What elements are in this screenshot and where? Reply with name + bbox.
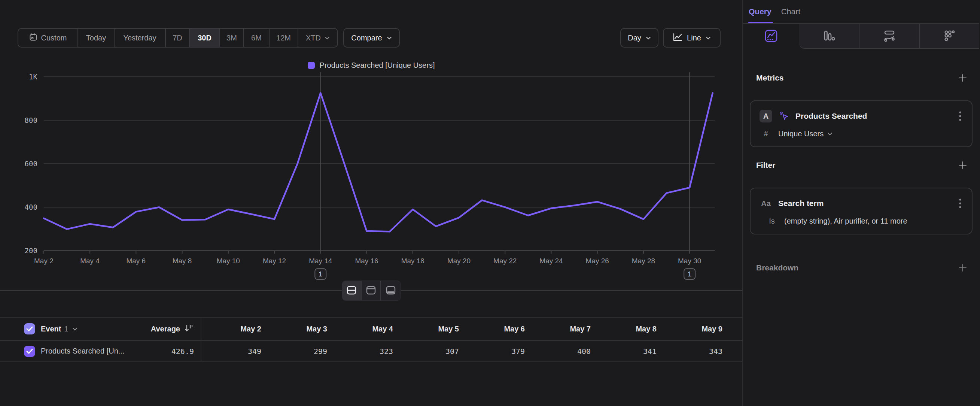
event-cursor-icon (779, 111, 789, 121)
granularity-label: Day (628, 34, 641, 42)
chart-type-tab-more[interactable] (919, 24, 979, 48)
range-xtd-button[interactable]: XTD (298, 29, 337, 47)
date-column-header: May 8 (597, 325, 663, 333)
series-checkbox[interactable] (24, 346, 35, 357)
range-label: 6M (251, 34, 262, 42)
svg-text:600: 600 (25, 159, 37, 168)
filter-kebab-menu[interactable] (958, 197, 963, 210)
metrics-heading: Metrics (756, 73, 784, 83)
range-label: 3M (226, 34, 237, 42)
number-symbol: # (759, 130, 772, 138)
svg-text:May 28: May 28 (632, 257, 655, 265)
metric-card-row: A Products Searched (759, 109, 963, 123)
chart-type-label: Line (687, 34, 701, 42)
query-sidebar: Query Chart (743, 0, 979, 406)
chevron-down-icon[interactable] (72, 327, 78, 331)
add-metric-button[interactable] (957, 72, 969, 84)
metric-letter-badge: A (759, 110, 772, 123)
split-view-icon (347, 286, 356, 296)
range-label: Today (86, 34, 106, 42)
compare-label: Compare (351, 34, 382, 42)
table-header-row: Event 1 Average (0, 317, 742, 340)
metric-kebab-menu[interactable] (958, 109, 963, 123)
app: Custom Today Yesterday 7D 30D 3M 6M 12M … (0, 0, 980, 406)
active-tab-underline (748, 22, 773, 23)
svg-text:May 8: May 8 (173, 257, 192, 265)
svg-text:1: 1 (318, 270, 323, 278)
range-3m-button[interactable]: 3M (220, 29, 244, 47)
range-label: Yesterday (123, 34, 156, 42)
select-all-checkbox[interactable] (24, 323, 35, 334)
chevron-down-icon (827, 132, 832, 135)
plus-icon (958, 263, 967, 272)
chevron-down-icon (387, 36, 392, 40)
metric-name[interactable]: Products Searched (795, 111, 867, 121)
value-cell: 400 (531, 347, 597, 356)
svg-text:May 14: May 14 (309, 257, 332, 265)
measure-dropdown[interactable]: Unique Users (778, 130, 832, 138)
range-yesterday-button[interactable]: Yesterday (115, 29, 166, 47)
metric-card[interactable]: A Products Searched (750, 100, 972, 147)
svg-text:May 2: May 2 (34, 257, 54, 265)
chevron-down-icon (646, 36, 651, 40)
svg-text:May 10: May 10 (217, 257, 240, 265)
svg-text:May 16: May 16 (355, 257, 378, 265)
value-cell: 323 (333, 347, 399, 356)
average-label: Average (151, 325, 180, 333)
chevron-down-icon (706, 36, 711, 40)
funnel-bars-icon (823, 30, 835, 43)
chart-type-tab-segmentation[interactable] (743, 24, 799, 49)
svg-text:200: 200 (25, 247, 37, 255)
range-custom-button[interactable]: Custom (18, 29, 78, 47)
compare-button[interactable]: Compare (343, 28, 400, 48)
journeys-icon (883, 29, 896, 43)
check-icon (26, 349, 33, 354)
filter-card[interactable]: Aa Search term Is (empty string), Air pu… (750, 188, 972, 234)
range-today-button[interactable]: Today (78, 29, 115, 47)
chart-type-tabstrip (743, 23, 979, 49)
chart-type-tab-journeys[interactable] (859, 24, 919, 48)
measure-label-text: Unique Users (778, 130, 824, 138)
layout-table-only-button[interactable] (381, 281, 401, 300)
segmentation-chart-icon (764, 29, 778, 44)
add-filter-button[interactable] (957, 159, 969, 171)
chart-type-button[interactable]: Line (663, 28, 721, 48)
svg-text:400: 400 (25, 203, 37, 211)
svg-text:1: 1 (688, 270, 692, 278)
line-chart-icon (673, 33, 682, 43)
breakdown-section-header: Breakdown (750, 262, 972, 274)
range-12m-button[interactable]: 12M (269, 29, 298, 47)
series-name[interactable]: Products Searched [Un... (41, 347, 124, 355)
line-chart[interactable]: 1K800600400200May 2May 4May 6May 8May 10… (0, 48, 742, 290)
average-column-header[interactable]: Average (151, 323, 194, 334)
date-column-header: May 2 (201, 325, 267, 333)
add-breakdown-button[interactable] (957, 262, 969, 274)
table-header-left: Event 1 Average (0, 318, 201, 340)
layout-split-button[interactable] (342, 281, 362, 300)
svg-text:1K: 1K (29, 73, 37, 81)
range-7d-button[interactable]: 7D (166, 29, 190, 47)
svg-text:800: 800 (25, 116, 37, 124)
filter-heading: Filter (756, 161, 775, 170)
svg-text:May 22: May 22 (493, 257, 517, 265)
filter-values[interactable]: (empty string), Air purifier, or 11 more (784, 217, 907, 226)
filter-operator[interactable]: Is (765, 217, 778, 226)
range-6m-button[interactable]: 6M (244, 29, 269, 47)
layout-chart-only-button[interactable] (362, 281, 381, 300)
toolbar: Custom Today Yesterday 7D 30D 3M 6M 12M … (0, 28, 742, 48)
chart-type-tab-funnel[interactable] (799, 24, 859, 48)
date-column-header: May 6 (465, 325, 531, 333)
sort-descending-icon (184, 323, 194, 334)
text-property-icon: Aa (759, 199, 772, 208)
filter-property-name[interactable]: Search term (778, 199, 824, 208)
range-30d-button[interactable]: 30D (190, 29, 220, 47)
value-cell: 341 (597, 347, 663, 356)
range-label: Custom (41, 34, 67, 42)
more-chart-types-icon (944, 30, 956, 43)
date-column-header: May 5 (399, 325, 465, 333)
filter-section-header: Filter (750, 159, 972, 171)
calendar-icon (29, 33, 37, 43)
tab-chart[interactable]: Chart (781, 7, 800, 16)
granularity-button[interactable]: Day (620, 28, 659, 48)
tab-query[interactable]: Query (749, 7, 772, 16)
